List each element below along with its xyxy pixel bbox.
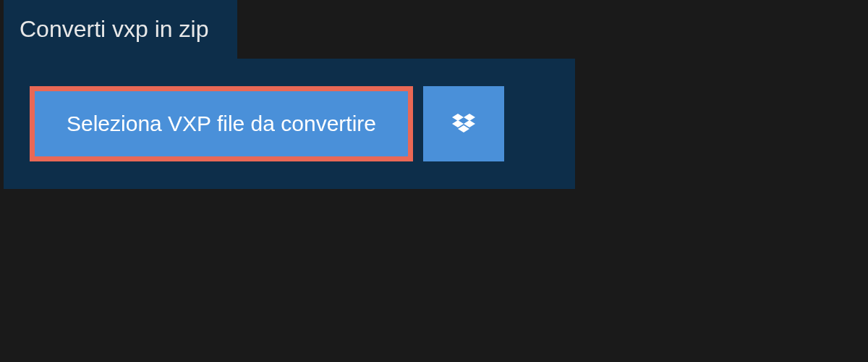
select-file-button[interactable]: Seleziona VXP file da convertire <box>35 91 408 156</box>
select-file-label: Seleziona VXP file da convertire <box>67 111 376 135</box>
button-row: Seleziona VXP file da convertire <box>30 86 549 161</box>
tab-label: Converti vxp in zip <box>20 16 208 42</box>
convert-panel: Seleziona VXP file da convertire <box>4 59 575 189</box>
dropbox-icon <box>452 114 475 134</box>
tab-convert[interactable]: Converti vxp in zip <box>4 0 237 59</box>
dropbox-button[interactable] <box>423 86 504 161</box>
select-button-highlight: Seleziona VXP file da convertire <box>30 86 413 161</box>
